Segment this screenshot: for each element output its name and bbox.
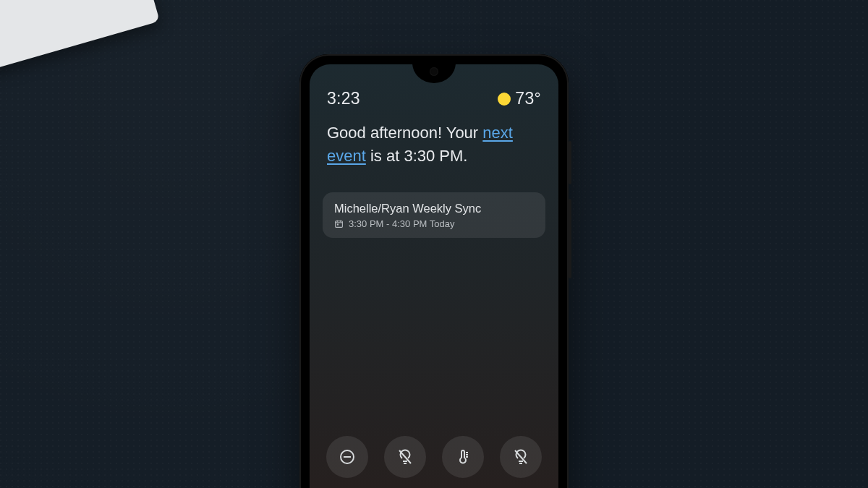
- thermometer-icon: [454, 448, 472, 466]
- clock-time: 3:23: [327, 89, 360, 108]
- greeting-text: Good afternoon! Your next event is at 3:…: [310, 108, 558, 168]
- lightbulb-off-button[interactable]: [384, 436, 426, 478]
- calendar-icon: [334, 219, 344, 228]
- camera-off-button[interactable]: [500, 436, 542, 478]
- background-object: [0, 0, 160, 89]
- quick-actions-row: [310, 436, 558, 478]
- event-subtitle-row: 3:30 PM - 4:30 PM Today: [334, 218, 534, 229]
- dnd-icon: [339, 448, 356, 466]
- weather-temp: 73°: [515, 89, 541, 108]
- lightbulb-off-icon: [396, 448, 414, 466]
- greeting-pre: Good afternoon! Your: [327, 124, 482, 142]
- phone-side-button: [569, 141, 571, 184]
- event-title: Michelle/Ryan Weekly Sync: [334, 202, 534, 215]
- event-card[interactable]: Michelle/Ryan Weekly Sync 3:30 PM - 4:30…: [323, 192, 545, 238]
- dnd-button[interactable]: [326, 436, 368, 478]
- phone-frame: 3:23 73° Good afternoon! Your next event…: [299, 54, 569, 488]
- svg-rect-4: [337, 223, 339, 225]
- svg-rect-0: [336, 221, 343, 227]
- phone-side-button: [569, 199, 571, 278]
- weather-widget[interactable]: 73°: [498, 89, 541, 108]
- phone-screen: 3:23 73° Good afternoon! Your next event…: [310, 64, 558, 488]
- greeting-post: is at 3:30 PM.: [366, 147, 468, 165]
- camera-off-icon: [512, 448, 529, 466]
- sun-icon: [498, 93, 511, 106]
- thermostat-button[interactable]: [442, 436, 484, 478]
- desk-backdrop: 3:23 73° Good afternoon! Your next event…: [0, 0, 868, 488]
- event-time-text: 3:30 PM - 4:30 PM Today: [349, 218, 454, 229]
